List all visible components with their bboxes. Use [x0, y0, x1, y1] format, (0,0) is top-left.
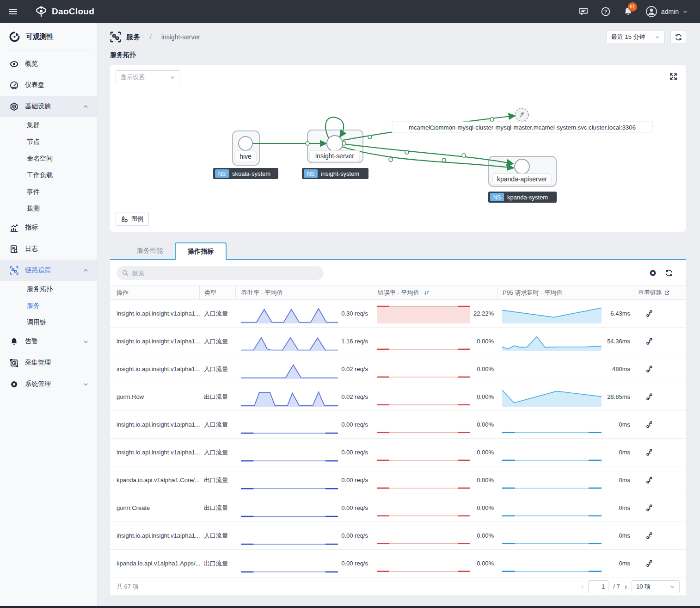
- sparkline-chart: [502, 471, 602, 490]
- service-circle-kpanda-apiserver[interactable]: [515, 159, 529, 174]
- page-size-select[interactable]: 10 项: [632, 580, 680, 593]
- sidebar-item-3[interactable]: 指标: [0, 217, 97, 238]
- p95-latency-value: 0ms: [619, 421, 634, 428]
- daocloud-logo-icon: [35, 6, 47, 18]
- sparkline-chart: [377, 554, 470, 573]
- view-trace-icon[interactable]: [645, 475, 654, 485]
- namespace-badge-insight-system: NSinsight-system: [302, 168, 368, 179]
- table-refresh-icon[interactable]: [665, 269, 673, 277]
- help-icon[interactable]: ?: [601, 6, 611, 17]
- metrics-icon: [10, 223, 18, 232]
- sparkline-chart: [377, 415, 470, 434]
- service-circle-hive[interactable]: [239, 136, 252, 150]
- page-input[interactable]: [588, 580, 608, 593]
- fullscreen-icon[interactable]: [669, 72, 678, 81]
- sparkline-chart: [241, 332, 338, 351]
- notifications-bell-icon[interactable]: 61: [623, 6, 633, 17]
- view-trace-icon[interactable]: [645, 309, 654, 318]
- column-operation[interactable]: 操作: [110, 286, 199, 299]
- topology-graph[interactable]: hiveNSskoala-systeminsight-serverNSinsig…: [110, 65, 686, 232]
- search-input[interactable]: [132, 270, 318, 277]
- breadcrumb-section[interactable]: 服务: [126, 33, 140, 42]
- view-trace-icon[interactable]: [645, 336, 654, 346]
- sidebar-item-5[interactable]: 链路追踪: [0, 260, 97, 281]
- sidebar-subitem-5-0[interactable]: 服务拓扑: [0, 281, 97, 298]
- tab-service-performance[interactable]: 服务性能: [125, 242, 175, 259]
- column-type[interactable]: 类型: [199, 286, 235, 299]
- sidebar-item-7[interactable]: 采集管理: [0, 352, 97, 373]
- sidebar-subitem-2-2[interactable]: 命名空间: [0, 150, 97, 167]
- sidebar-subitem-2-1[interactable]: 节点: [0, 134, 97, 150]
- error-rate-value: 0.00%: [477, 366, 497, 372]
- throughput-value: 0.00 req/s: [341, 504, 372, 511]
- legend-button[interactable]: 图例: [116, 212, 149, 226]
- sidebar-item-2[interactable]: 基础设施: [0, 96, 97, 117]
- sparkline-chart: [502, 443, 602, 462]
- node-label-insight-server: insight-server: [310, 150, 360, 161]
- svg-text:NS: NS: [493, 194, 501, 201]
- sidebar-subitem-5-2[interactable]: 调用链: [0, 314, 97, 331]
- traffic-type: 出口流量: [199, 393, 235, 401]
- column-error-rate[interactable]: 错误率 - 平均值: [372, 286, 497, 299]
- view-trace-icon[interactable]: [645, 531, 654, 540]
- tab-operation-metrics[interactable]: 操作指标: [175, 242, 227, 260]
- bell-icon: [10, 337, 18, 346]
- svg-text:insight-server: insight-server: [315, 152, 354, 160]
- sparkline-chart: [377, 360, 470, 379]
- traffic-type: 入口流量: [199, 310, 235, 318]
- traffic-type: 入口流量: [199, 337, 235, 346]
- operation-name: insight.io.api.insight.v1alpha1...: [110, 449, 199, 456]
- throughput-value: 0.00 req/s: [341, 560, 372, 567]
- edge-waypoint: [368, 135, 372, 139]
- edge-waypoint: [306, 142, 309, 145]
- column-p95-latency[interactable]: P95 请求延时 - 平均值: [497, 286, 634, 299]
- view-trace-icon[interactable]: [645, 420, 654, 429]
- view-trace-icon[interactable]: [645, 447, 654, 457]
- sort-descending-icon[interactable]: [423, 290, 430, 296]
- sidebar-subitem-2-5[interactable]: 拨测: [0, 200, 97, 217]
- svg-text:kpanda-system: kpanda-system: [507, 194, 548, 201]
- sidebar-subitem-2-3[interactable]: 工作负载: [0, 167, 97, 184]
- traffic-type: 入口流量: [199, 532, 235, 540]
- menu-toggle-icon[interactable]: [0, 7, 26, 16]
- sidebar-item-0[interactable]: 概览: [0, 53, 97, 74]
- column-throughput[interactable]: 吞吐率 - 平均值: [235, 286, 372, 299]
- service-circle-insight-server[interactable]: [327, 136, 343, 151]
- display-settings-select[interactable]: 显示设置: [116, 70, 180, 84]
- prev-page-icon[interactable]: ‹: [581, 583, 583, 591]
- view-trace-icon[interactable]: [645, 503, 654, 513]
- brand-logo[interactable]: DaoCloud: [35, 6, 94, 18]
- sidebar-item-6[interactable]: 告警: [0, 331, 97, 352]
- sidebar-item-4[interactable]: 日志: [0, 238, 97, 260]
- sparkline-chart: [241, 304, 338, 323]
- time-range-select[interactable]: 最近 15 分钟: [607, 30, 665, 44]
- user-menu[interactable]: admin: [645, 6, 688, 18]
- view-trace-icon[interactable]: [645, 392, 654, 402]
- svg-text:kpanda-apiserver: kpanda-apiserver: [497, 175, 547, 183]
- column-view-trace[interactable]: 查看链路: [634, 286, 686, 299]
- sparkline-chart: [377, 443, 470, 462]
- next-page-icon[interactable]: ›: [625, 583, 627, 591]
- sidebar-item-8[interactable]: 系统管理: [0, 373, 97, 395]
- sparkline-chart: [502, 498, 602, 518]
- view-trace-icon[interactable]: [645, 558, 654, 568]
- sparkline-chart: [377, 332, 470, 351]
- sidebar-subitem-2-0[interactable]: 集群: [0, 117, 97, 134]
- sparkline-chart: [241, 387, 338, 407]
- external-link-icon: [664, 290, 670, 296]
- error-rate-value: 0.00%: [477, 477, 497, 484]
- sidebar-item-1[interactable]: 仪表盘: [0, 74, 97, 96]
- throughput-value: 0.00 req/s: [341, 477, 372, 484]
- sparkline-chart: [241, 471, 338, 490]
- feedback-icon[interactable]: [578, 6, 589, 17]
- sparkline-chart: [502, 387, 602, 407]
- sidebar-subitem-5-1[interactable]: 服务: [0, 298, 97, 314]
- metrics-table-panel: 操作 类型 吞吐率 - 平均值 错误率 - 平均值 P95 请求延时 - 平均值…: [110, 260, 686, 596]
- view-trace-icon[interactable]: [645, 364, 654, 374]
- table-settings-gear-icon[interactable]: [649, 269, 657, 277]
- sidebar-subitem-2-4[interactable]: 事件: [0, 184, 97, 200]
- refresh-button[interactable]: [670, 30, 686, 44]
- error-rate-value: 0.00%: [477, 560, 497, 567]
- p95-latency-value: 0ms: [619, 477, 634, 484]
- p95-latency-value: 0ms: [619, 449, 634, 456]
